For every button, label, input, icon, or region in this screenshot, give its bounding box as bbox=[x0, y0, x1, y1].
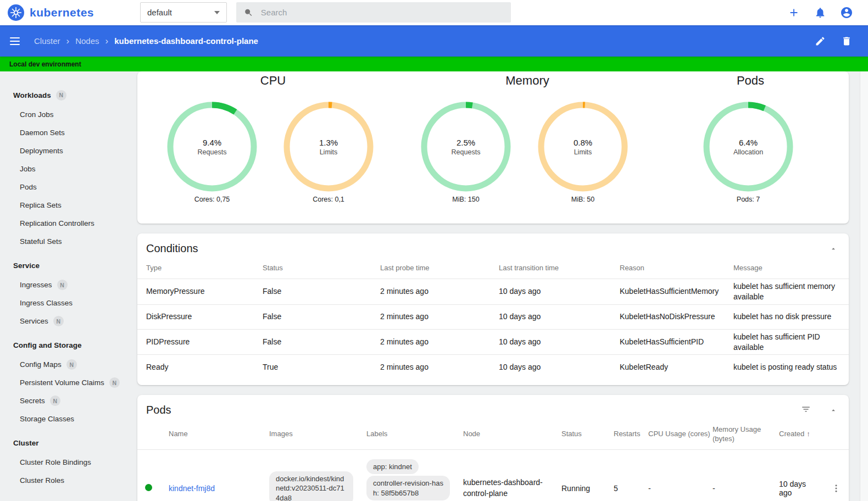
gauge-label: Allocation bbox=[733, 148, 763, 156]
sidebar-item-config-maps[interactable]: Config MapsN bbox=[0, 355, 136, 374]
sidebar-group-label: Service bbox=[13, 261, 40, 270]
column-header-status-dot bbox=[137, 421, 160, 449]
sidebar-item-label: Replica Sets bbox=[20, 201, 62, 209]
conditions-table: Type Status Last probe time Last transit… bbox=[137, 259, 849, 380]
create-resource-button[interactable] bbox=[787, 6, 800, 19]
namespaced-badge: N bbox=[50, 396, 60, 406]
sidebar-item-cron-jobs[interactable]: Cron Jobs bbox=[0, 105, 136, 124]
pods-title: Pods bbox=[146, 404, 840, 416]
namespaced-badge: N bbox=[57, 280, 68, 290]
cell-type: DiskPressure bbox=[137, 304, 254, 329]
gauge-footer: MiB: 50 bbox=[536, 196, 630, 203]
pod-name-link[interactable]: kindnet-fmj8d bbox=[169, 484, 215, 493]
sidebar-group-service[interactable]: Service bbox=[0, 255, 136, 276]
cell-message: kubelet has no disk pressure bbox=[725, 304, 849, 329]
sidebar-item-cluster-role-bindings[interactable]: Cluster Role Bindings bbox=[0, 453, 136, 471]
pods-section-title: Pods bbox=[737, 74, 764, 88]
sidebar-item-daemon-sets[interactable]: Daemon Sets bbox=[0, 124, 136, 142]
gauge-label: Limits bbox=[320, 148, 338, 156]
page-title: kubernetes-dashboard-control-plane bbox=[114, 36, 258, 46]
gauge-percent: 9.4% bbox=[203, 138, 221, 147]
edit-button[interactable] bbox=[814, 35, 827, 48]
column-header-images[interactable]: Images bbox=[260, 421, 358, 449]
sidebar-item-jobs[interactable]: Jobs bbox=[0, 160, 136, 178]
pod-cpu-usage: - bbox=[639, 449, 704, 501]
sidebar-item-label: Deployments bbox=[20, 147, 63, 155]
sidebar-item-secrets[interactable]: SecretsN bbox=[0, 392, 136, 410]
pod-row: kindnet-fmj8d docker.io/kindest/kindnetd… bbox=[137, 449, 849, 501]
sidebar-item-label: Stateful Sets bbox=[20, 237, 62, 246]
brand-title: kubernetes bbox=[30, 6, 94, 19]
cell-message: kubelet has sufficient memory available bbox=[725, 279, 849, 304]
sidebar-item-ingress-classes[interactable]: Ingress Classes bbox=[0, 294, 136, 312]
pods-collapse-button[interactable] bbox=[827, 404, 840, 417]
pod-restarts: 5 bbox=[605, 449, 639, 501]
sidebar-item-pods[interactable]: Pods bbox=[0, 178, 136, 196]
delete-button[interactable] bbox=[840, 35, 853, 48]
namespaced-badge: N bbox=[66, 359, 77, 370]
search-bar[interactable] bbox=[236, 2, 511, 23]
scrollbar[interactable] bbox=[860, 71, 868, 501]
cell-type: Ready bbox=[137, 355, 254, 380]
sidebar-item-services[interactable]: ServicesN bbox=[0, 312, 136, 330]
sidebar-group-workloads[interactable]: Workloads N bbox=[0, 85, 136, 105]
breadcrumb-nodes[interactable]: Nodes bbox=[75, 36, 99, 46]
sidebar-group-label: Workloads bbox=[13, 91, 51, 99]
gauge-label: Limits bbox=[574, 148, 592, 156]
column-header-restarts[interactable]: Restarts bbox=[605, 421, 639, 449]
cell-status: False bbox=[254, 279, 371, 304]
sidebar-item-persistent-volume-claims[interactable]: Persistent Volume ClaimsN bbox=[0, 374, 136, 392]
sidebar-item-label: Ingress Classes bbox=[20, 299, 73, 307]
filter-icon bbox=[801, 404, 811, 414]
notifications-button[interactable] bbox=[814, 6, 827, 19]
column-header-last-probe-time: Last probe time bbox=[371, 259, 490, 279]
pod-row-menu-button[interactable] bbox=[830, 482, 843, 495]
account-circle-icon bbox=[840, 6, 853, 19]
conditions-collapse-button[interactable] bbox=[827, 242, 840, 255]
cell-last-probe: 2 minutes ago bbox=[371, 329, 490, 355]
sidebar-item-label: Cluster Roles bbox=[20, 476, 64, 485]
top-app-bar: kubernetes default bbox=[0, 0, 868, 25]
menu-button[interactable] bbox=[10, 35, 23, 48]
sidebar-item-stateful-sets[interactable]: Stateful Sets bbox=[0, 232, 136, 250]
sidebar-item-label: Ingresses bbox=[20, 281, 52, 289]
sidebar-item-replica-sets[interactable]: Replica Sets bbox=[0, 196, 136, 214]
gauge-percent: 1.3% bbox=[319, 138, 338, 147]
cell-last-probe: 2 minutes ago bbox=[371, 355, 490, 380]
arrow-up-icon bbox=[830, 245, 837, 253]
sidebar-item-storage-classes[interactable]: Storage Classes bbox=[0, 410, 136, 428]
sidebar-item-deployments[interactable]: Deployments bbox=[0, 142, 136, 160]
search-icon bbox=[244, 8, 253, 18]
cell-reason: KubeletHasNoDiskPressure bbox=[611, 304, 725, 329]
table-row: PIDPressure False 2 minutes ago 10 days … bbox=[137, 329, 849, 355]
plus-icon bbox=[788, 7, 800, 19]
kubernetes-logo[interactable]: kubernetes bbox=[8, 4, 94, 21]
pods-filter-button[interactable] bbox=[799, 403, 813, 416]
sidebar-group-config-and-storage[interactable]: Config and Storage bbox=[0, 335, 136, 355]
arrow-up-icon bbox=[830, 407, 837, 414]
environment-banner: Local dev environment bbox=[0, 57, 868, 71]
column-header-cpu-usage[interactable]: CPU Usage (cores) bbox=[639, 421, 704, 449]
column-header-status[interactable]: Status bbox=[553, 421, 605, 449]
sidebar-item-label: Config Maps bbox=[20, 360, 62, 369]
namespaced-badge: N bbox=[53, 316, 64, 326]
column-header-node[interactable]: Node bbox=[454, 421, 553, 449]
namespace-selector[interactable]: default bbox=[140, 2, 227, 23]
gauge-label: Requests bbox=[452, 148, 481, 156]
search-input[interactable] bbox=[261, 8, 503, 17]
gauge-memory-limits: 0.8% Limits MiB: 50 bbox=[536, 100, 630, 203]
sidebar-item-ingresses[interactable]: IngressesN bbox=[0, 276, 136, 294]
user-account-button[interactable] bbox=[840, 6, 853, 19]
column-header-created[interactable]: Created↑ bbox=[770, 421, 821, 449]
trash-icon bbox=[841, 36, 852, 47]
column-header-memory-usage[interactable]: Memory Usage (bytes) bbox=[704, 421, 770, 449]
sidebar-item-cluster-roles[interactable]: Cluster Roles bbox=[0, 471, 136, 489]
column-header-actions bbox=[821, 421, 849, 449]
sidebar-group-cluster[interactable]: Cluster bbox=[0, 432, 136, 453]
column-header-name[interactable]: Name bbox=[160, 421, 260, 449]
column-header-labels: Labels bbox=[358, 421, 454, 449]
sidebar-item-replication-controllers[interactable]: Replication Controllers bbox=[0, 214, 136, 232]
breadcrumb-cluster[interactable]: Cluster bbox=[34, 36, 60, 46]
sidebar-item-label: Jobs bbox=[20, 165, 36, 173]
conditions-card: Conditions Type Status Last probe time L… bbox=[137, 233, 849, 385]
